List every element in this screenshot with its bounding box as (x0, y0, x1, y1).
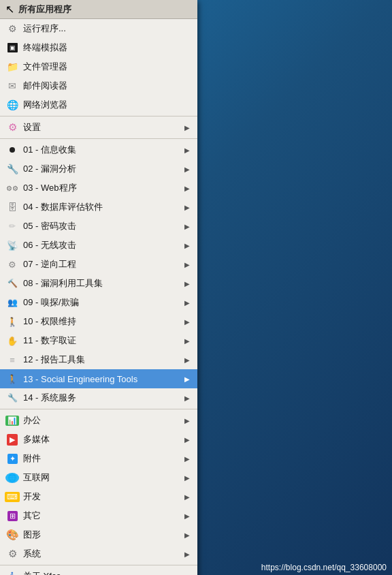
office-label: 办公 (23, 414, 182, 426)
cat13-label: 13 - Social Engineering Tools (23, 374, 182, 384)
mail-icon: ✉ (5, 79, 19, 93)
menu-item-cat-11[interactable]: ✋ 11 - 数字取证 ▶ (0, 331, 197, 350)
menu-item-cat-02[interactable]: 🔧 02 - 漏洞分析 ▶ (0, 159, 197, 178)
settings-icon: ⚙ (5, 121, 19, 134)
browser-label: 网络浏览器 (23, 99, 192, 111)
menu-item-cat-04[interactable]: 🗄 04 - 数据库评估软件 ▶ (0, 198, 197, 217)
cat04-icon: 🗄 (5, 200, 19, 214)
menu-item-cat-09[interactable]: 👥 09 - 嗅探/欺骗 ▶ (0, 293, 197, 312)
mail-label: 邮件阅读器 (23, 80, 192, 92)
other-icon: ⊞ (5, 509, 19, 523)
cursor-icon: ↖ (5, 3, 14, 16)
menu-item-browser[interactable]: 🌐 网络浏览器 (0, 95, 197, 114)
system-arrow: ▶ (182, 549, 192, 559)
file-manager-label: 文件管理器 (23, 61, 192, 73)
cat03-icon: ⚙⚙ (5, 181, 19, 195)
menu-item-cat-10[interactable]: 🚶 10 - 权限维持 ▶ (0, 312, 197, 331)
other-arrow: ▶ (182, 511, 192, 520)
cat02-arrow: ▶ (182, 164, 192, 174)
menu-item-cat-03[interactable]: ⚙⚙ 03 - Web程序 ▶ (0, 178, 197, 198)
dev-arrow: ▶ (182, 492, 192, 501)
cat06-icon: 📡 (5, 238, 19, 252)
cat14-arrow: ▶ (182, 393, 192, 403)
terminal-icon: ▣ (5, 41, 19, 55)
office-arrow: ▶ (182, 416, 192, 425)
settings-arrow: ▶ (182, 123, 192, 132)
cat04-label: 04 - 数据库评估软件 (23, 201, 182, 213)
cat04-arrow: ▶ (182, 202, 192, 212)
menu-item-cat-05[interactable]: ✏ 05 - 密码攻击 ▶ (0, 217, 197, 236)
menu-item-settings[interactable]: ⚙ 设置 ▶ (0, 118, 197, 137)
accessories-icon: ✦ (5, 452, 19, 465)
cat13-arrow: ▶ (182, 374, 192, 384)
menu-item-cat-01[interactable]: 01 - 信息收集 ▶ (0, 140, 197, 159)
cat13-icon: 🚶 (5, 372, 19, 386)
cat12-icon: ≡ (5, 353, 19, 367)
cat10-arrow: ▶ (182, 317, 192, 326)
separator-3 (0, 409, 197, 409)
cat14-label: 14 - 系统服务 (23, 392, 182, 404)
cat07-label: 07 - 逆向工程 (23, 258, 182, 270)
menu-item-run-program[interactable]: ⚙ 运行程序... (0, 19, 197, 38)
cat12-label: 12 - 报告工具集 (23, 354, 182, 366)
other-label: 其它 (23, 510, 182, 522)
menu-item-accessories[interactable]: ✦ 附件 ▶ (0, 449, 197, 468)
menu-title: 所有应用程序 (18, 3, 71, 16)
menu-item-dev[interactable]: ⌨ 开发 ▶ (0, 487, 197, 506)
media-icon: ▶ (5, 433, 19, 446)
menu-item-file-manager[interactable]: 📁 文件管理器 (0, 57, 197, 76)
cat07-arrow: ▶ (182, 260, 192, 269)
cat05-label: 05 - 密码攻击 (23, 220, 182, 232)
menu-item-graphics[interactable]: 🎨 图形 ▶ (0, 525, 197, 544)
internet-icon: 🌐 (5, 471, 19, 484)
cat01-arrow: ▶ (182, 145, 192, 155)
cat07-icon: ⚙ (5, 258, 19, 271)
menu-item-about-xfce[interactable]: ℹ 关于 Xfce (0, 567, 197, 575)
cat08-arrow: ▶ (182, 279, 192, 288)
cat01-icon (5, 143, 19, 157)
cat14-icon: 🔧 (5, 391, 19, 405)
run-program-label: 运行程序... (23, 22, 192, 35)
graphics-icon: 🎨 (5, 528, 19, 542)
graphics-label: 图形 (23, 529, 182, 541)
accessories-arrow: ▶ (182, 454, 192, 463)
cat05-arrow: ▶ (182, 221, 192, 231)
browser-icon: 🌐 (5, 98, 19, 112)
cat01-label: 01 - 信息收集 (23, 144, 182, 156)
menu-item-office[interactable]: 📊 办公 ▶ (0, 411, 197, 430)
dev-icon: ⌨ (5, 490, 19, 503)
cat11-label: 11 - 数字取证 (23, 335, 182, 347)
url-text: https://blog.csdn.net/qq_33608000 (261, 563, 387, 572)
cat09-icon: 👥 (5, 296, 19, 309)
cat03-arrow: ▶ (182, 183, 192, 193)
cat03-label: 03 - Web程序 (23, 182, 182, 194)
url-bar: https://blog.csdn.net/qq_33608000 (256, 560, 392, 575)
menu-item-mail[interactable]: ✉ 邮件阅读器 (0, 76, 197, 95)
terminal-label: 终端模拟器 (23, 42, 192, 54)
menu-item-cat-12[interactable]: ≡ 12 - 报告工具集 ▶ (0, 350, 197, 369)
media-arrow: ▶ (182, 435, 192, 444)
menu-item-cat-07[interactable]: ⚙ 07 - 逆向工程 ▶ (0, 255, 197, 274)
menu-items-list: ⚙ 运行程序... ▣ 终端模拟器 📁 文件管理器 ✉ 邮件阅读器 🌐 网络浏览… (0, 19, 197, 575)
file-manager-icon: 📁 (5, 60, 19, 74)
cat09-label: 09 - 嗅探/欺骗 (23, 296, 182, 309)
cat09-arrow: ▶ (182, 298, 192, 307)
cat10-icon: 🚶 (5, 315, 19, 328)
menu-item-other[interactable]: ⊞ 其它 ▶ (0, 506, 197, 525)
cat08-icon: 🔨 (5, 277, 19, 290)
menu-item-cat-08[interactable]: 🔨 08 - 漏洞利用工具集 ▶ (0, 274, 197, 293)
menu-item-system[interactable]: ⚙ 系统 ▶ (0, 544, 197, 563)
internet-arrow: ▶ (182, 473, 192, 482)
about-xfce-icon: ℹ (5, 570, 19, 575)
cat06-arrow: ▶ (182, 240, 192, 250)
menu-item-cat-13[interactable]: 🚶 13 - Social Engineering Tools ▶ (0, 369, 197, 388)
cat12-arrow: ▶ (182, 355, 192, 364)
menu-item-internet[interactable]: 🌐 互联网 ▶ (0, 468, 197, 487)
menu-item-media[interactable]: ▶ 多媒体 ▶ (0, 430, 197, 449)
cat06-label: 06 - 无线攻击 (23, 239, 182, 251)
accessories-label: 附件 (23, 452, 182, 465)
menu-item-terminal[interactable]: ▣ 终端模拟器 (0, 38, 197, 57)
menu-item-cat-06[interactable]: 📡 06 - 无线攻击 ▶ (0, 236, 197, 255)
menu-item-cat-14[interactable]: 🔧 14 - 系统服务 ▶ (0, 388, 197, 407)
about-xfce-label: 关于 Xfce (23, 570, 192, 575)
